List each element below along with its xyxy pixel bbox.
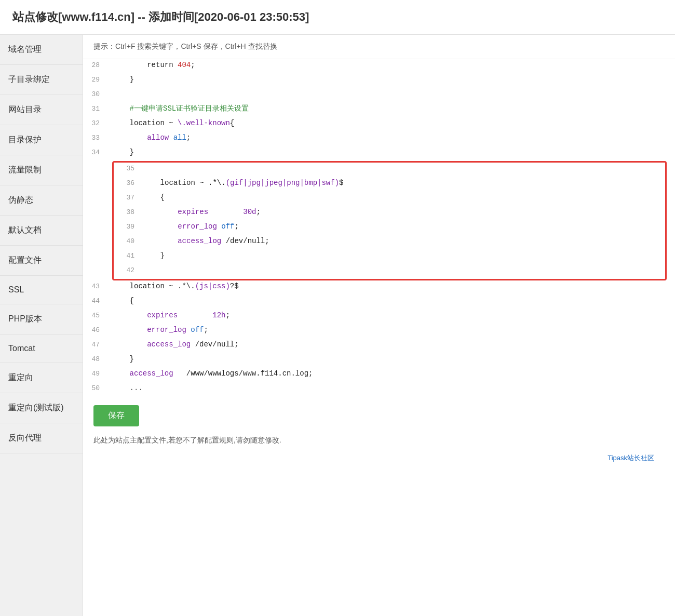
code-line-47: 47 access_log /dev/null;	[83, 339, 675, 353]
code-line-41: 41 }	[114, 250, 665, 264]
code-line-30: 30	[83, 88, 675, 103]
sidebar-item-redirect[interactable]: 重定向	[0, 363, 83, 393]
code-line-29: 29 }	[83, 74, 675, 88]
code-line-43: 43 location ~ .*\.(js|css)?$	[83, 280, 675, 295]
sidebar-item-tomcat[interactable]: Tomcat	[0, 334, 83, 363]
sidebar-item-webdir[interactable]: 网站目录	[0, 95, 83, 125]
code-line-40: 40 access_log /dev/null;	[114, 235, 665, 250]
sidebar-item-defaultdoc[interactable]: 默认文档	[0, 216, 83, 246]
code-line-39: 39 error_log off;	[114, 221, 665, 235]
code-line-49: 49 access_log /www/wwwlogs/www.f114.cn.l…	[83, 368, 675, 382]
sidebar-item-ssl[interactable]: SSL	[0, 276, 83, 304]
code-line-38: 38 expires 30d;	[114, 206, 665, 221]
code-line-45: 45 expires 12h;	[83, 310, 675, 324]
sidebar: 域名管理 子目录绑定 网站目录 目录保护 流量限制 伪静态 默认文档 配置文件 …	[0, 35, 83, 616]
tipask-link[interactable]: Tipask站长社区	[608, 453, 654, 463]
code-line-34: 34 }	[83, 146, 675, 161]
hint-bar: 提示：Ctrl+F 搜索关键字，Ctrl+S 保存，Ctrl+H 查找替换	[83, 35, 675, 59]
save-button[interactable]: 保存	[93, 405, 139, 426]
code-line-42: 42	[114, 264, 665, 279]
bottom-hint: 此处为站点主配置文件,若您不了解配置规则,请勿随意修改.	[83, 432, 675, 453]
code-line-44: 44 {	[83, 295, 675, 310]
code-line-36: 36 location ~ .*\.(gif|jpg|jpeg|png|bmp|…	[114, 177, 665, 192]
main-content: 提示：Ctrl+F 搜索关键字，Ctrl+S 保存，Ctrl+H 查找替换 28…	[83, 35, 675, 616]
sidebar-item-redirect-test[interactable]: 重定向(测试版)	[0, 393, 83, 423]
code-line-37: 37 {	[114, 192, 665, 206]
code-line-35: 35	[114, 163, 665, 177]
sidebar-item-subdir[interactable]: 子目录绑定	[0, 65, 83, 95]
page-title: 站点修改[www.f114.cn] -- 添加时间[2020-06-01 23:…	[0, 0, 675, 35]
code-line-28: 28 return 404;	[83, 59, 675, 74]
sidebar-item-dirprotect[interactable]: 目录保护	[0, 125, 83, 155]
sidebar-item-traffic[interactable]: 流量限制	[0, 155, 83, 185]
code-line-48: 48 }	[83, 353, 675, 368]
red-highlight-box: 35 36 location ~ .*\.(gif|jpg|jpeg|png|b…	[112, 161, 667, 280]
footer-row: Tipask站长社区	[83, 453, 675, 478]
sidebar-item-pseudostatic[interactable]: 伪静态	[0, 185, 83, 216]
sidebar-item-domain[interactable]: 域名管理	[0, 35, 83, 65]
code-line-46: 46 error_log off;	[83, 324, 675, 339]
code-line-31: 31 #一键申请SSL证书验证目录相关设置	[83, 103, 675, 117]
sidebar-item-config[interactable]: 配置文件	[0, 246, 83, 276]
sidebar-item-php[interactable]: PHP版本	[0, 304, 83, 334]
code-line-32: 32 location ~ \.well-known{	[83, 117, 675, 132]
code-line-50: 50 ...	[83, 382, 675, 397]
sidebar-item-reverseproxy[interactable]: 反向代理	[0, 423, 83, 453]
code-editor[interactable]: 28 return 404; 29 } 30 31 #一键申请SSL证书验证目录…	[83, 59, 675, 397]
code-line-33: 33 allow all;	[83, 132, 675, 146]
